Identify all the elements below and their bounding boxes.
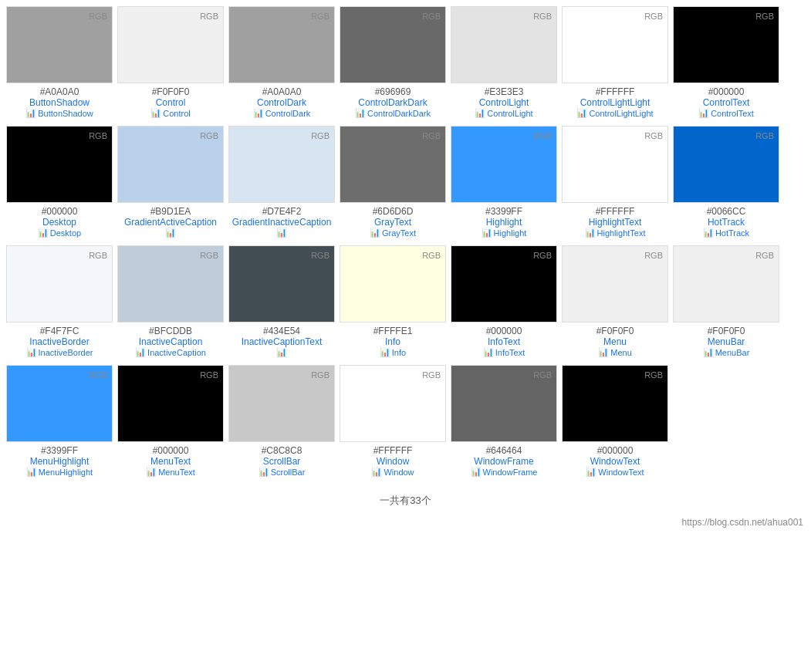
- chart-link[interactable]: 📊Menu: [598, 347, 632, 357]
- rgb-badge: RGB: [533, 131, 552, 140]
- chart-link[interactable]: 📊Control: [150, 108, 190, 118]
- chart-link[interactable]: 📊ButtonShadow: [25, 108, 93, 118]
- hex-value: #000000: [42, 206, 78, 217]
- color-name-link[interactable]: ControlDark: [257, 97, 306, 108]
- chart-link[interactable]: 📊: [276, 228, 287, 238]
- rgb-badge: RGB: [311, 131, 329, 140]
- color-name-link[interactable]: GrayText: [374, 217, 411, 228]
- hex-value: #000000: [486, 326, 522, 336]
- chart-link[interactable]: 📊InactiveBorder: [26, 347, 93, 357]
- chart-icon: 📊: [483, 347, 494, 357]
- chart-label: Window: [384, 468, 414, 477]
- color-name-link[interactable]: HotTrack: [708, 217, 745, 228]
- color-name-link[interactable]: ButtonShadow: [29, 97, 90, 108]
- chart-link[interactable]: 📊MenuHighlight: [26, 467, 93, 477]
- chart-link[interactable]: 📊ControlDark: [253, 108, 311, 118]
- color-card: RGB#F4F7FCInactiveBorder📊InactiveBorder: [6, 245, 113, 357]
- rgb-badge: RGB: [644, 251, 663, 260]
- color-name-link[interactable]: GradientActiveCaption: [124, 217, 217, 228]
- chart-label: ControlLight: [487, 109, 532, 118]
- color-name-link[interactable]: MenuBar: [708, 336, 745, 347]
- watermark: https://blog.csdn.net/ahua001: [0, 515, 811, 535]
- color-name-link[interactable]: InactiveBorder: [29, 336, 89, 347]
- color-name-link[interactable]: Info: [385, 336, 400, 347]
- chart-link[interactable]: 📊Window: [371, 467, 414, 477]
- color-name-link[interactable]: ControlLight: [479, 97, 529, 108]
- chart-icon: 📊: [380, 347, 390, 357]
- color-name-link[interactable]: ControlLightLight: [580, 97, 650, 108]
- color-name-link[interactable]: Control: [156, 97, 186, 108]
- color-name-link[interactable]: MenuHighlight: [30, 456, 90, 467]
- rgb-badge: RGB: [200, 12, 218, 21]
- chart-icon: 📊: [698, 108, 709, 118]
- rgb-badge: RGB: [311, 12, 329, 21]
- color-name-link[interactable]: ControlText: [703, 97, 750, 108]
- chart-label: Menu: [610, 348, 632, 357]
- chart-label: HotTrack: [715, 228, 749, 238]
- chart-icon: 📊: [146, 467, 157, 477]
- swatch-container: RGB: [451, 245, 557, 322]
- chart-icon: 📊: [276, 347, 287, 357]
- hex-value: #E3E3E3: [485, 86, 524, 97]
- chart-link[interactable]: 📊GrayText: [370, 228, 416, 238]
- chart-link[interactable]: 📊HotTrack: [703, 228, 749, 238]
- chart-link[interactable]: 📊ControlLightLight: [576, 108, 653, 118]
- chart-link[interactable]: 📊WindowText: [586, 467, 644, 477]
- chart-icon: 📊: [370, 228, 380, 238]
- chart-link[interactable]: 📊InfoText: [483, 347, 525, 357]
- chart-link[interactable]: 📊ControlLight: [475, 108, 532, 118]
- rgb-badge: RGB: [755, 131, 774, 140]
- hex-value: #3399FF: [41, 445, 78, 456]
- color-name-link[interactable]: GradientInactiveCaption: [232, 217, 332, 228]
- chart-link[interactable]: 📊Desktop: [38, 228, 81, 238]
- color-name-link[interactable]: ControlDarkDark: [358, 97, 427, 108]
- chart-icon: 📊: [482, 228, 492, 238]
- chart-link[interactable]: 📊ControlDarkDark: [355, 108, 431, 118]
- chart-link[interactable]: 📊MenuText: [146, 467, 195, 477]
- hex-value: #F0F0F0: [596, 326, 634, 336]
- swatch-container: RGB: [340, 365, 446, 442]
- rgb-badge: RGB: [200, 131, 218, 140]
- chart-link[interactable]: 📊Info: [380, 347, 406, 357]
- chart-label: InactiveBorder: [39, 348, 93, 357]
- color-name-link[interactable]: InactiveCaption: [139, 336, 203, 347]
- chart-link[interactable]: 📊: [165, 228, 176, 238]
- swatch-container: RGB: [451, 126, 557, 203]
- hex-value: #A0A0A0: [40, 86, 79, 97]
- color-card: RGB#C8C8C8ScrollBar📊ScrollBar: [228, 365, 335, 477]
- color-name-link[interactable]: WindowText: [590, 456, 640, 467]
- rgb-badge: RGB: [200, 370, 218, 380]
- color-card: RGB#A0A0A0ButtonShadow📊ButtonShadow: [6, 6, 113, 118]
- color-name-link[interactable]: Highlight: [486, 217, 522, 228]
- color-name-link[interactable]: InactiveCaptionText: [242, 336, 323, 347]
- color-name-link[interactable]: WindowFrame: [474, 456, 533, 467]
- chart-link[interactable]: 📊InactiveCaption: [135, 347, 206, 357]
- color-name-link[interactable]: Window: [377, 456, 410, 467]
- color-name-link[interactable]: MenuText: [150, 456, 191, 467]
- hex-value: #FFFFE1: [373, 326, 413, 336]
- color-card: RGB#F0F0F0Control📊Control: [117, 6, 224, 118]
- rgb-badge: RGB: [422, 370, 441, 380]
- chart-link[interactable]: 📊HighlightText: [585, 228, 646, 238]
- color-name-link[interactable]: Menu: [603, 336, 627, 347]
- color-name-link[interactable]: ScrollBar: [263, 456, 301, 467]
- hex-value: #FFFFFF: [596, 206, 635, 217]
- color-name-link[interactable]: InfoText: [488, 336, 520, 347]
- chart-link[interactable]: 📊ScrollBar: [259, 467, 306, 477]
- hex-value: #696969: [375, 86, 411, 97]
- swatch-container: RGB: [673, 126, 779, 203]
- color-card: RGB#000000Desktop📊Desktop: [6, 126, 113, 238]
- hex-value: #F4F7FC: [40, 326, 79, 336]
- chart-link[interactable]: 📊Highlight: [482, 228, 527, 238]
- color-name-link[interactable]: Desktop: [42, 217, 76, 228]
- chart-link[interactable]: 📊ControlText: [698, 108, 754, 118]
- chart-icon: 📊: [259, 467, 269, 477]
- chart-label: ControlText: [711, 109, 754, 118]
- rgb-badge: RGB: [422, 131, 441, 140]
- swatch-container: RGB: [562, 6, 668, 83]
- chart-link[interactable]: 📊MenuBar: [703, 347, 750, 357]
- color-name-link[interactable]: HighlightText: [589, 217, 642, 228]
- rgb-badge: RGB: [422, 12, 441, 21]
- chart-link[interactable]: 📊: [276, 347, 287, 357]
- chart-link[interactable]: 📊WindowFrame: [471, 467, 538, 477]
